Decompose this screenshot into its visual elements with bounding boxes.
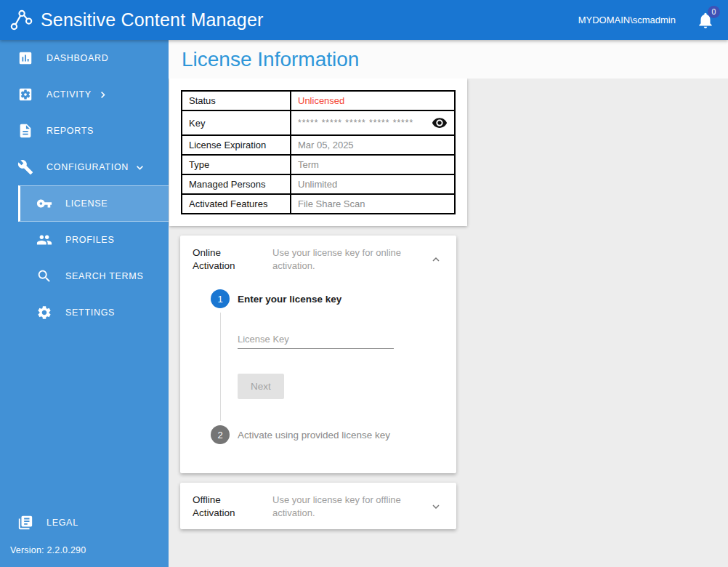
app-window: Sensitive Content Manager MYDOMAIN\scmad… <box>0 0 728 567</box>
configuration-submenu: LICENSE PROFILES SEARCH TERMS <box>0 185 169 331</box>
step-2-badge: 2 <box>211 425 230 444</box>
sidebar-item-label: REPORTS <box>46 126 94 136</box>
table-label: License Expiration <box>182 135 291 155</box>
next-button[interactable]: Next <box>238 374 284 399</box>
sidebar-item-reports[interactable]: REPORTS <box>0 113 169 149</box>
panel-description: Use your license key for online activati… <box>272 246 410 273</box>
sidebar-item-label: LEGAL <box>46 518 78 528</box>
app-logo-network-icon <box>9 8 33 33</box>
license-key-input[interactable] <box>238 330 394 349</box>
sidebar-item-configuration[interactable]: CONFIGURATION <box>0 149 169 185</box>
sidebar-item-label: ACTIVITY <box>46 89 92 100</box>
table-row: Managed Persons Unlimited <box>182 174 455 194</box>
online-activation-header[interactable]: Online Activation Use your license key f… <box>180 236 456 282</box>
step-2-header[interactable]: 2 Activate using provided license key <box>211 421 439 449</box>
app-title: Sensitive Content Manager <box>41 9 264 31</box>
step-1-label: Enter your license key <box>238 294 341 305</box>
sidebar-item-label: DASHBOARD <box>46 53 108 63</box>
offline-activation-header[interactable]: Offline Activation Use your license key … <box>180 483 456 529</box>
sidebar-item-label: SETTINGS <box>65 307 115 318</box>
gear-icon <box>36 305 52 321</box>
app-version: Version: 2.2.0.290 <box>0 541 169 567</box>
offline-activation-panel: Offline Activation Use your license key … <box>180 483 456 529</box>
chevron-down-icon[interactable] <box>430 501 442 512</box>
people-icon <box>36 232 52 248</box>
table-label: Activated Features <box>182 194 291 214</box>
logged-in-user: MYDOMAIN\scmadmin <box>578 15 676 25</box>
sidebar-item-profiles[interactable]: PROFILES <box>18 222 169 258</box>
table-label: Type <box>182 155 291 174</box>
table-value: File Share Scan <box>291 194 455 214</box>
table-value: Unlimited <box>291 174 455 194</box>
step-2-label: Activate using provided license key <box>238 430 390 441</box>
key-icon <box>36 196 52 212</box>
online-activation-body: 1 Enter your license key Next <box>180 282 456 473</box>
sidebar-item-search-terms[interactable]: SEARCH TERMS <box>18 258 169 294</box>
content-area: Status Unlicensed Key ***** ***** ***** … <box>169 79 728 567</box>
step-1-badge: 1 <box>211 289 230 308</box>
masked-key-value: ***** ***** ***** ***** ***** <box>298 118 413 128</box>
page-title: License Information <box>182 48 359 71</box>
chevron-up-icon[interactable] <box>430 254 442 265</box>
sidebar-item-legal[interactable]: LEGAL <box>0 504 169 541</box>
table-row: Type Term <box>182 155 455 174</box>
panel-title: Offline Activation <box>193 494 252 520</box>
key-value-cell: ***** ***** ***** ***** ***** <box>291 110 455 135</box>
search-icon <box>36 268 52 284</box>
notifications-badge: 0 <box>708 6 720 18</box>
notifications-bell-icon[interactable]: 0 <box>696 11 715 30</box>
sidebar-item-settings[interactable]: SETTINGS <box>18 294 169 331</box>
license-info-card: Status Unlicensed Key ***** ***** ***** … <box>169 79 467 226</box>
sidebar-item-label: LICENSE <box>65 198 108 209</box>
wrench-icon <box>17 159 33 175</box>
sidebar-item-dashboard[interactable]: DASHBOARD <box>0 40 169 76</box>
table-label: Key <box>182 110 291 135</box>
eye-icon[interactable] <box>432 115 448 131</box>
online-activation-panel: Online Activation Use your license key f… <box>180 236 456 473</box>
panel-title: Online Activation <box>193 246 252 273</box>
table-row: License Expiration Mar 05, 2025 <box>182 135 455 155</box>
status-value: Unlicensed <box>291 91 455 110</box>
table-row: Activated Features File Share Scan <box>182 194 455 214</box>
table-row: Status Unlicensed <box>182 91 455 110</box>
sidebar-item-label: CONFIGURATION <box>46 162 129 172</box>
gear-box-icon <box>17 87 33 102</box>
main-content: License Information Status Unlicensed Ke… <box>169 40 728 567</box>
table-label: Status <box>182 91 291 110</box>
book-icon <box>17 515 33 531</box>
table-value: Mar 05, 2025 <box>291 135 455 155</box>
chevron-down-icon <box>134 162 145 173</box>
sidebar-footer: LEGAL Version: 2.2.0.290 <box>0 504 169 567</box>
table-label: Managed Persons <box>182 174 291 194</box>
table-row: Key ***** ***** ***** ***** ***** <box>182 110 455 135</box>
chevron-right-icon <box>97 89 108 100</box>
top-bar: Sensitive Content Manager MYDOMAIN\scmad… <box>0 0 728 40</box>
step-1-header[interactable]: 1 Enter your license key <box>211 285 439 313</box>
sidebar-item-label: SEARCH TERMS <box>65 271 144 281</box>
sidebar-item-label: PROFILES <box>65 235 114 245</box>
page-header: License Information <box>169 40 728 79</box>
sidebar-item-license[interactable]: LICENSE <box>18 185 169 222</box>
table-value: Term <box>291 155 455 174</box>
sidebar: DASHBOARD ACTIVITY REPORTS <box>0 40 169 567</box>
license-table: Status Unlicensed Key ***** ***** ***** … <box>181 90 456 214</box>
panel-description: Use your license key for offline activat… <box>272 494 410 520</box>
bar-chart-icon <box>17 50 33 66</box>
sidebar-item-activity[interactable]: ACTIVITY <box>0 76 169 113</box>
step-1-content: Next <box>220 313 439 421</box>
document-icon <box>17 123 33 139</box>
